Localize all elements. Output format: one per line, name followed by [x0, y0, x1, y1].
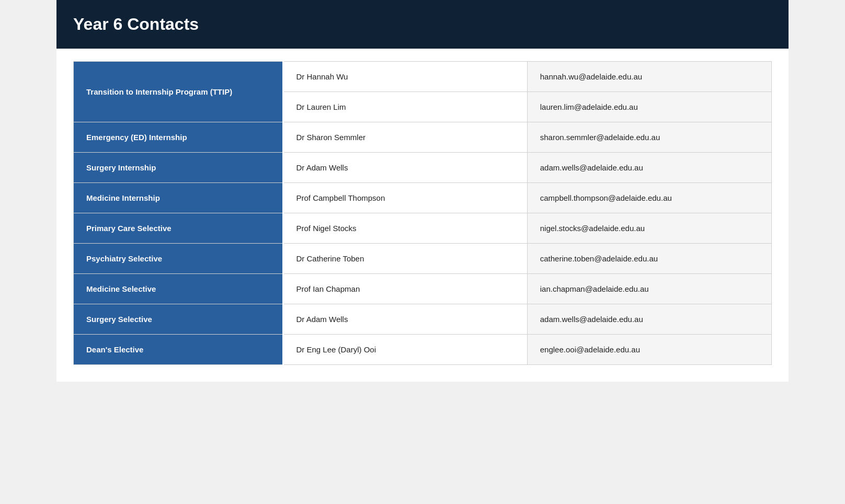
contact-email: sharon.semmler@adelaide.edu.au [527, 122, 771, 153]
program-cell: Transition to Internship Program (TTIP) [74, 62, 283, 122]
contact-name: Dr Catherine Toben [283, 244, 527, 274]
contact-email: ian.chapman@adelaide.edu.au [527, 274, 771, 304]
contact-email: nigel.stocks@adelaide.edu.au [527, 213, 771, 244]
program-cell: Surgery Selective [74, 304, 283, 335]
contact-email: hannah.wu@adelaide.edu.au [527, 62, 771, 92]
contact-email: englee.ooi@adelaide.edu.au [527, 335, 771, 365]
contact-name: Dr Lauren Lim [283, 92, 527, 122]
page-title: Year 6 Contacts [73, 15, 772, 34]
contacts-table: Transition to Internship Program (TTIP)D… [73, 61, 772, 365]
table-row: Primary Care SelectiveProf Nigel Stocksn… [74, 213, 772, 244]
program-cell: Surgery Internship [74, 153, 283, 183]
program-cell: Primary Care Selective [74, 213, 283, 244]
contact-name: Dr Hannah Wu [283, 62, 527, 92]
contact-name: Dr Eng Lee (Daryl) Ooi [283, 335, 527, 365]
program-cell: Medicine Internship [74, 183, 283, 213]
contact-email: adam.wells@adelaide.edu.au [527, 304, 771, 335]
contact-name: Dr Adam Wells [283, 153, 527, 183]
table-row: Medicine InternshipProf Campbell Thompso… [74, 183, 772, 213]
contact-name: Prof Ian Chapman [283, 274, 527, 304]
contact-email: campbell.thompson@adelaide.edu.au [527, 183, 771, 213]
page-wrapper: Year 6 Contacts Transition to Internship… [56, 0, 789, 382]
contact-email: catherine.toben@adelaide.edu.au [527, 244, 771, 274]
table-container: Transition to Internship Program (TTIP)D… [56, 49, 789, 382]
contact-name: Dr Sharon Semmler [283, 122, 527, 153]
program-cell: Dean's Elective [74, 335, 283, 365]
table-row: Surgery SelectiveDr Adam Wellsadam.wells… [74, 304, 772, 335]
table-row: Emergency (ED) InternshipDr Sharon Semml… [74, 122, 772, 153]
table-row: Transition to Internship Program (TTIP)D… [74, 62, 772, 92]
table-row: Psychiatry SelectiveDr Catherine Tobenca… [74, 244, 772, 274]
program-cell: Medicine Selective [74, 274, 283, 304]
contact-name: Dr Adam Wells [283, 304, 527, 335]
contact-name: Prof Nigel Stocks [283, 213, 527, 244]
page-header: Year 6 Contacts [56, 0, 789, 49]
contact-email: lauren.lim@adelaide.edu.au [527, 92, 771, 122]
table-row: Surgery InternshipDr Adam Wellsadam.well… [74, 153, 772, 183]
table-row: Dean's ElectiveDr Eng Lee (Daryl) Ooieng… [74, 335, 772, 365]
program-cell: Psychiatry Selective [74, 244, 283, 274]
contact-email: adam.wells@adelaide.edu.au [527, 153, 771, 183]
contact-name: Prof Campbell Thompson [283, 183, 527, 213]
program-cell: Emergency (ED) Internship [74, 122, 283, 153]
table-row: Medicine SelectiveProf Ian Chapmanian.ch… [74, 274, 772, 304]
